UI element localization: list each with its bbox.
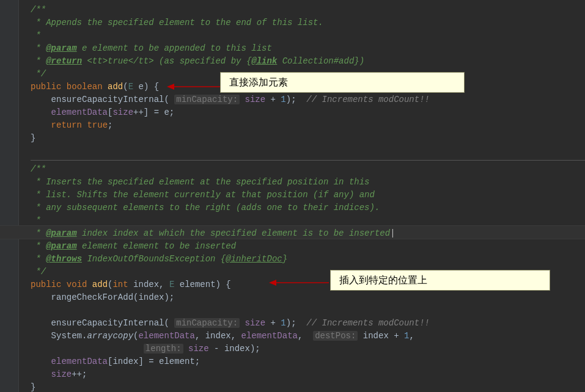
code-line: /**: [31, 163, 585, 176]
annotation-box-1: 直接添加元素: [220, 72, 465, 93]
blank-line: [31, 304, 585, 317]
code-line: * @param index index at which the specif…: [31, 227, 585, 240]
code-line: System.arraycopy(elementData, index, ele…: [31, 330, 585, 343]
code-line: *: [31, 29, 585, 42]
code-line: * @return <tt>true</tt> (as specified by…: [31, 55, 585, 68]
annotation-text-1: 直接添加元素: [229, 77, 288, 87]
arrow-icon: [269, 278, 330, 288]
arrow-icon: [167, 82, 222, 92]
code-line: * any subsequent elements to the right (…: [31, 201, 585, 214]
blank-line: [31, 145, 585, 158]
code-line: *: [31, 214, 585, 227]
annotation-text-2: 插入到特定的位置上: [339, 275, 427, 285]
code-line: * @param e element to be appended to thi…: [31, 42, 585, 55]
code-line: elementData[index] = element;: [31, 355, 585, 368]
code-line: * Inserts the specified element at the s…: [31, 176, 585, 189]
code-line: rangeCheckForAdd(index);: [31, 291, 585, 304]
code-line: return true;: [31, 119, 585, 132]
annotation-box-2: 插入到特定的位置上: [330, 270, 550, 291]
code-line: * Appends the specified element to the e…: [31, 16, 585, 29]
code-line: elementData[size++] = e;: [31, 106, 585, 119]
code-line: ensureCapacityInternal( minCapacity: siz…: [31, 93, 585, 106]
code-line: * list. Shifts the element currently at …: [31, 189, 585, 201]
code-line: * @throws IndexOutOfBoundsException {@in…: [31, 253, 585, 266]
code-editor[interactable]: /** * Appends the specified element to t…: [0, 0, 585, 392]
method-separator: [31, 160, 585, 161]
code-line: size++;: [31, 368, 585, 381]
code-line: ensureCapacityInternal( minCapacity: siz…: [31, 317, 585, 330]
svg-marker-3: [269, 280, 276, 286]
code-line: }: [31, 381, 585, 392]
code-line: * @param element element to be inserted: [31, 240, 585, 253]
code-line: }: [31, 132, 585, 145]
code-line: /**: [31, 4, 585, 16]
svg-marker-1: [167, 84, 174, 90]
code-line: length: size - index);: [31, 343, 585, 355]
